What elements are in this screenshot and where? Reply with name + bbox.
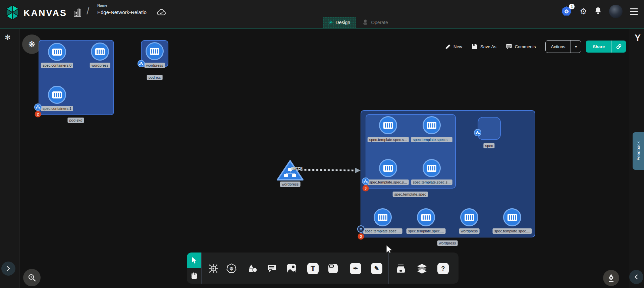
edge-service-to-deployment[interactable] [295,167,361,173]
brand-name: KANVAS [23,8,67,18]
kubernetes-wheel-icon: ☸ [226,264,237,274]
share-button-label[interactable]: Share [586,44,611,49]
k8s-context-switcher[interactable]: ☸ 1 [561,6,572,17]
components-tool[interactable] [206,261,221,276]
pencil-new-icon [445,44,451,50]
operate-tab-icon [362,19,368,26]
layers-icon [417,264,427,274]
layers-tool[interactable] [415,261,429,276]
node-bottom-container-0[interactable] [374,208,392,226]
container-icon [150,48,159,55]
actions-button-label[interactable]: Actions [546,44,571,49]
node-template-container-1[interactable] [423,116,441,134]
pod-skd-relationship-badge[interactable] [34,103,42,111]
app-header: KANVAS / Name [0,0,644,28]
select-tool[interactable] [187,253,201,268]
collapse-right-panel-button[interactable] [629,270,643,284]
node-template-container-0[interactable] [379,116,397,134]
inner-group-relationship-badge[interactable] [362,177,369,185]
pencil-tool[interactable]: ✎ [369,261,384,276]
spec-node-label: spec [483,143,494,148]
design-name-input[interactable] [97,9,151,16]
node-wordpress-container-a[interactable] [91,43,109,61]
k8s-context-count-badge: 1 [569,4,575,9]
chip-icon [208,264,218,274]
container-icon [383,165,393,172]
settings-gear-icon[interactable]: ⚙ [580,7,587,15]
hamburger-menu-icon[interactable] [630,8,638,15]
shapes-tool[interactable] [245,261,260,276]
operate-tab-label: Operate [371,20,388,25]
node-bottom-container-1[interactable] [417,208,435,226]
new-button-label: New [453,44,462,49]
node-label: spec.template.spec.s... [368,137,409,142]
kanvas-app: KANVAS / Name [0,0,644,288]
save-as-button[interactable]: Save As [472,44,496,50]
user-avatar[interactable] [609,5,623,18]
kubernetes-tool[interactable]: ☸ [224,261,239,276]
deployment-count-badge[interactable]: 3 [358,233,364,240]
pod-rcc-relationship-badge[interactable] [138,60,145,67]
svg-text:☸: ☸ [229,266,233,272]
archive-tool[interactable] [393,261,408,276]
organization-icon[interactable] [73,7,83,17]
help-tool-glyph: ? [437,263,449,274]
text-tool[interactable]: T [306,261,320,276]
design-canvas[interactable]: ✻ Y Feedback New Save As [0,28,644,288]
share-link-icon[interactable] [611,41,626,53]
new-button[interactable]: New [445,44,462,50]
comment-tool[interactable] [264,261,279,276]
node-template-container-2[interactable] [379,159,397,177]
group-label-spec-template-spec: spec.template.spec [393,192,428,197]
group-label-pod-rcc: pod-rcc [147,75,163,80]
node-bottom-container-3[interactable] [503,208,521,226]
header-right-cluster: ☸ 1 ⚙ [561,5,638,18]
node-wordpress-container-b[interactable] [146,42,164,60]
actions-dropdown-button[interactable]: Actions ▼ [545,40,582,53]
node-label: wordpress [90,63,110,68]
design-tab-label: Design [336,20,351,25]
sync-spinner-icon[interactable]: ✻ [5,33,11,42]
feedback-tab[interactable]: Feedback [633,132,644,170]
node-spec-containers-1[interactable] [48,86,66,104]
tab-design[interactable]: ✳ Design [323,17,356,28]
inner-group-count-badge[interactable]: 3 [363,185,369,192]
pen-tool[interactable]: ✒ [348,261,363,276]
tab-operate[interactable]: Operate [356,17,394,28]
group-label-pod-skd: pod-skd [67,118,84,123]
arrowhead-icon [355,168,361,173]
help-tool[interactable]: ? [436,261,450,276]
annotation-pen-button[interactable] [603,270,619,286]
pan-tool[interactable] [187,268,201,284]
notifications-bell-icon[interactable] [594,7,602,16]
node-spec-containers-0[interactable] [48,43,66,61]
node-spec[interactable] [478,117,501,140]
save-icon [472,44,478,50]
actions-caret[interactable]: ▼ [571,41,581,53]
pod-skd-count-badge[interactable]: 2 [35,111,41,118]
node-bottom-container-2[interactable] [460,208,478,226]
save-as-button-label: Save As [480,44,496,49]
container-icon [95,48,105,55]
share-button[interactable]: Share [586,41,626,53]
spec-relationship-badge[interactable] [474,129,481,136]
deployment-mesh-badge[interactable]: ✿ [357,225,365,233]
node-template-container-3[interactable] [423,159,441,177]
image-icon [286,263,297,274]
expand-left-panel-button[interactable] [1,262,15,276]
kanvas-logo[interactable]: KANVAS [5,5,67,21]
group-label-deployment: wordpress [437,240,458,246]
frame-tool[interactable] [326,261,340,276]
node-label: wordpress [145,63,165,68]
comments-button[interactable]: Comments [506,44,536,50]
node-label: spec.template.spec.... [493,228,532,234]
kanvas-logo-icon [5,5,19,21]
pen-glyph-icon: ✒ [350,263,361,274]
svg-text:☸: ☸ [564,8,569,15]
node-label: spec.containers.0 [41,63,73,68]
pen-nib-icon [607,274,615,282]
zoom-button[interactable] [23,269,41,286]
node-label: spec.containers.1 [41,106,73,111]
node-label: spec.template.spec.s... [411,179,452,185]
image-tool[interactable] [284,261,299,276]
